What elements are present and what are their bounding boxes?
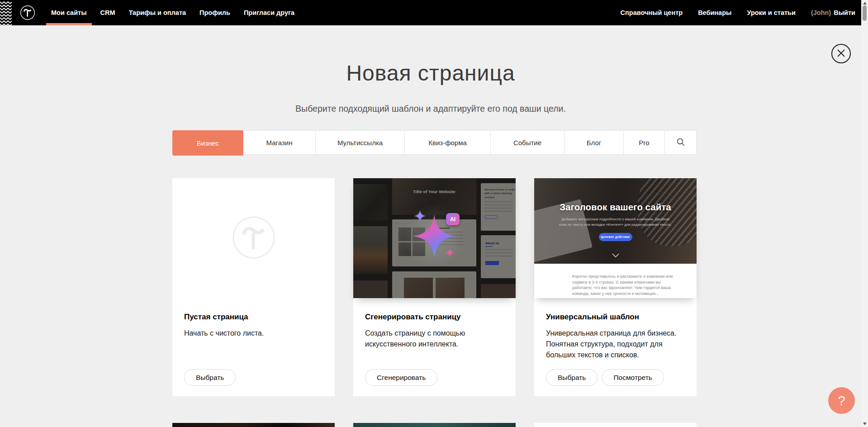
tab-multilink[interactable]: Мультиссылка <box>316 131 405 154</box>
zigzag-pattern-icon <box>0 0 12 25</box>
tilda-watermark-icon <box>232 216 275 261</box>
logout-label: Выйти <box>834 9 855 16</box>
blank-page-preview[interactable] <box>172 178 335 298</box>
tab-blog[interactable]: Блог <box>564 131 624 154</box>
view-button[interactable]: Посмотреть <box>602 369 664 386</box>
card-description: Универсальная страница для бизнеса. Поня… <box>546 328 677 361</box>
card-universal-template: Заголовок вашего сайта Добавьте интересн… <box>534 178 697 396</box>
sparkle-small-icon <box>414 210 426 222</box>
help-button[interactable]: ? <box>828 387 855 414</box>
generate-button[interactable]: Сгенерировать <box>365 369 437 386</box>
tab-quiz-form[interactable]: Квиз-форма <box>405 131 491 154</box>
tilda-logo-icon[interactable] <box>20 5 35 20</box>
preview-body-text: Коротко представьтесь и расскажите о ком… <box>572 274 675 296</box>
tab-pro[interactable]: Pro <box>624 131 665 154</box>
template-card-partial[interactable] <box>534 423 697 427</box>
preview-hero-title: Заголовок вашего сайта <box>560 202 671 213</box>
choose-button[interactable]: Выбрать <box>546 369 598 386</box>
search-icon <box>676 138 685 148</box>
close-icon <box>837 49 845 58</box>
template-grid: Пустая страница Начать с чистого листа. … <box>172 178 697 396</box>
preview-hero-subtitle: Добавьте интересные подробности о вашей … <box>559 217 673 228</box>
template-grid-row2 <box>172 423 697 427</box>
tab-search[interactable] <box>665 131 696 154</box>
preview-hero: Заголовок вашего сайта Добавьте интересн… <box>534 178 697 264</box>
card-ai-generate: Title of Your Website Get your house in … <box>353 178 516 396</box>
top-navbar: Мои сайты CRM Тарифы и оплата Профиль Пр… <box>0 0 861 25</box>
scrollbar-thumb[interactable] <box>863 5 867 21</box>
template-card-partial[interactable] <box>172 423 335 427</box>
nav-plans-payment[interactable]: Тарифы и оплата <box>122 0 193 25</box>
template-card-partial[interactable] <box>353 423 516 427</box>
card-title: Универсальный шаблон <box>546 313 685 322</box>
template-preview[interactable]: Заголовок вашего сайта Добавьте интересн… <box>534 178 697 298</box>
nav-crm[interactable]: CRM <box>94 0 122 25</box>
nav-my-sites[interactable]: Мои сайты <box>44 0 94 25</box>
chevron-down-icon <box>612 251 619 259</box>
user-name: (John) <box>811 9 831 16</box>
card-description: Начать с чистого листа. <box>184 328 315 339</box>
nav-webinars[interactable]: Вебинары <box>698 9 731 16</box>
page-title: Новая страница <box>0 61 861 85</box>
nav-help-center[interactable]: Справочный центр <box>621 9 683 16</box>
nav-profile[interactable]: Профиль <box>193 0 237 25</box>
page-subtitle: Выберите подходящий шаблон и адаптируйте… <box>0 104 861 114</box>
main-menu: Мои сайты CRM Тарифы и оплата Профиль Пр… <box>44 0 301 25</box>
tab-store[interactable]: Магазин <box>243 131 316 154</box>
nav-lessons-articles[interactable]: Уроки и статьи <box>747 9 795 16</box>
preview-body-section: Коротко представьтесь и расскажите о ком… <box>534 264 697 298</box>
scrollbar-down-arrow[interactable] <box>863 422 867 425</box>
tab-business[interactable]: Бизнес <box>172 130 243 156</box>
card-title: Сгенерировать страницу <box>365 313 504 322</box>
ai-badge: AI <box>446 213 460 225</box>
nav-logout[interactable]: (John) Выйти <box>811 9 855 16</box>
secondary-menu: Справочный центр Вебинары Уроки и статьи… <box>621 9 855 16</box>
card-description: Создать страницу с помощью искусственног… <box>365 328 496 350</box>
scrollbar[interactable] <box>861 0 868 427</box>
card-title: Пустая страница <box>184 313 323 322</box>
sparkle-small-icon <box>445 248 455 257</box>
nav-invite-friend[interactable]: Пригласи друга <box>237 0 301 25</box>
scrollbar-up-arrow[interactable] <box>863 2 867 5</box>
ai-preview[interactable]: Title of Your Website Get your house in … <box>353 178 516 298</box>
template-category-tabs: Бизнес Магазин Мультиссылка Квиз-форма С… <box>172 130 697 155</box>
tab-event[interactable]: Событие <box>491 131 564 154</box>
preview-cta-button: Целевое действие <box>599 233 632 241</box>
choose-button[interactable]: Выбрать <box>184 369 236 386</box>
card-blank-page: Пустая страница Начать с чистого листа. … <box>172 178 335 396</box>
